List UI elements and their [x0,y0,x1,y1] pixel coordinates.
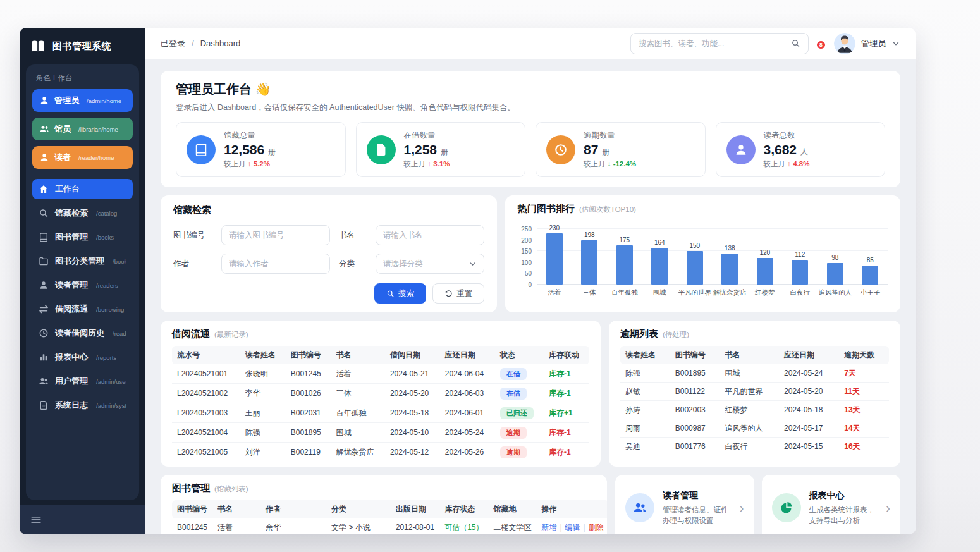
column-header: 库存联动 [544,346,589,364]
bar-3: 164 [642,221,678,285]
stat-card: 馆藏总量 12,586 册 较上月 ↑ 5.2% [176,122,346,177]
book-id-input[interactable] [221,225,330,245]
sidebar-item-borrowing[interactable]: 借阅流通/borrowing [32,299,133,319]
overdue-days: 13天 [839,401,889,419]
sidebar-item-books[interactable]: 图书管理/books [32,227,133,247]
quick-card[interactable]: 报表中心 生成各类统计报表，支持导出与分析 › [762,475,901,534]
borrow-flow-table: 流水号读者姓名图书编号书名借阅日期应还日期状态库存联动 L20240521001… [172,346,589,462]
column-header: 图书编号 [286,346,331,364]
clock-icon [39,328,49,338]
quick-card[interactable]: 读者管理 管理读者信息、证件办理与权限设置 › [615,475,754,534]
stat-label: 逾期数量 [584,130,636,141]
stat-delta: 较上月 ↑ 4.8% [764,159,810,169]
book-title-label: 书名 [339,230,367,241]
role-button-admin-home[interactable]: 管理员/admin/home [32,89,133,112]
y-tick-label: 100 [521,259,532,266]
x-tick-label: 围城 [642,288,678,297]
user-name: 管理员 [861,38,886,49]
column-header: 分类 [326,500,391,518]
file-icon [367,135,396,164]
overdue-list-title: 逾期列表 (待处理) [620,328,889,340]
sidebar-footer [20,505,145,534]
bar-value-label: 175 [619,236,630,243]
borrow-flow-title: 借阅流通 (最新记录) [172,328,589,340]
search-icon[interactable] [791,39,800,48]
bar-8: 98 [818,221,853,285]
table-row: 孙涛B002003红楼梦2024-05-18 13天 [620,401,889,419]
stat-card: 读者总数 3,682 人 较上月 ↑ 4.8% [716,122,886,177]
clock-icon [546,135,575,164]
quick-card-desc: 管理读者信息、证件办理与权限设置 [663,505,732,527]
column-header: 作者 [260,500,326,518]
table-row: B001245活着余华文学 > 小说 2012-08-01可借（15）二楼文学区… [172,518,607,534]
user-icon [39,280,49,290]
edit-link[interactable]: 编辑 [565,523,580,532]
dashboard-content: 管理员工作台 👋 登录后进入 Dashboard，会话仅保存安全的 Authen… [145,59,916,534]
y-tick-label: 0 [528,281,532,288]
chart-title: 热门图书排行 (借阅次数TOP10) [518,203,888,215]
column-header: 书名 [212,500,260,518]
stat-label: 馆藏总量 [224,130,276,141]
sidebar-item-catalog[interactable]: 馆藏检索/catalog [32,203,133,223]
sidebar-item-reader-loans[interactable]: 读者借阅历史/reader/loans [32,323,133,343]
catalog-search-title: 馆藏检索 [173,204,484,216]
overdue-days: 7天 [839,364,889,383]
reset-button[interactable]: 重置 [432,283,484,304]
add-link[interactable]: 新增 [541,523,556,532]
notification-badge: 8 [816,40,826,50]
x-tick-label: 平凡的世界 [677,288,713,297]
column-header: 馆藏地 [488,500,536,518]
role-button-librarian-home[interactable]: 馆员/librarian/home [32,118,133,140]
delete-link[interactable]: 删除 [589,523,604,532]
popular-books-chart-card: 热门图书排行 (借阅次数TOP10) 050100150200250 230 1… [505,195,900,312]
sidebar-item-admin-system-logs[interactable]: 系统日志/admin/system-logs [32,395,133,415]
column-header: 出版日期 [391,500,439,518]
overdue-days: 16天 [839,438,889,456]
welcome-card: 管理员工作台 👋 登录后进入 Dashboard，会话仅保存安全的 Authen… [161,71,900,187]
book-title-input[interactable] [376,225,484,245]
x-tick-label: 三体 [572,288,608,297]
column-header: 逾期天数 [839,346,889,364]
search-icon [39,208,49,218]
table-row: L20240521002李华B001026三体 2024-05-202024-0… [172,384,589,403]
sidebar-item-book-categories[interactable]: 图书分类管理/book-categories [32,251,133,271]
page-subtitle: 登录后进入 Dashboard，会话仅保存安全的 AuthenticatedUs… [176,102,885,113]
quick-card-desc: 生成各类统计报表，支持导出与分析 [809,505,878,527]
bar-value-label: 164 [654,239,665,246]
status-badge: 在借 [500,368,527,380]
x-tick-label: 红楼梦 [747,288,783,297]
folder-icon [39,256,49,266]
chevron-down-icon [469,260,477,268]
category-label: 分类 [339,259,367,269]
chevron-right-icon: › [740,501,744,515]
table-row: 赵敏B001122平凡的世界2024-05-20 11天 [620,383,889,401]
menu-icon[interactable] [30,513,42,526]
table-row: L20240521003王丽B002031百年孤独 2024-05-182024… [172,403,589,423]
x-tick-label: 活着 [537,288,572,297]
sidebar-item-workbench[interactable]: 工作台 [32,179,133,199]
app-window: 图书管理系统 角色工作台 管理员/admin/home 馆员/librarian… [20,28,916,534]
category-select[interactable]: 请选择分类 [376,254,484,274]
quick-card-title: 读者管理 [663,490,732,501]
user-menu[interactable]: 管理员 [834,33,900,54]
breadcrumb-page[interactable]: Dashboard [200,39,241,48]
global-search-input[interactable] [639,39,791,48]
pie-icon [772,493,801,522]
breadcrumb: 已登录 / Dashboard [161,38,240,49]
sidebar: 图书管理系统 角色工作台 管理员/admin/home 馆员/librarian… [20,28,145,534]
chart-x-labels: 活着三体百年孤独围城平凡的世界解忧杂货店红楼梦白夜行追风筝的人小王子 [537,288,888,297]
book-icon [39,232,49,242]
bar-2: 175 [607,221,642,285]
sidebar-item-admin-users[interactable]: 用户管理/admin/users [32,371,133,391]
author-input[interactable] [221,254,330,274]
user-icon [39,152,49,163]
stat-delta: 较上月 ↑ 3.1% [404,159,450,169]
sidebar-item-readers[interactable]: 读者管理/readers [32,275,133,295]
column-header: 图书编号 [670,346,720,364]
role-button-reader-home[interactable]: 读者/reader/home [32,146,133,169]
search-button[interactable]: 搜索 [374,283,426,304]
avatar [834,33,855,54]
bar-value-label: 112 [795,251,805,258]
users-icon [39,376,49,386]
sidebar-item-reports[interactable]: 报表中心/reports [32,347,133,367]
